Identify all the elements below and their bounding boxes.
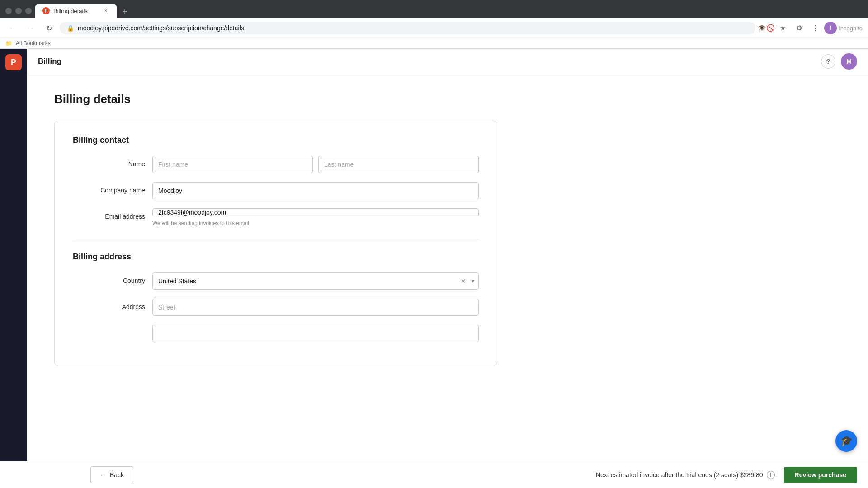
invoice-text: Next estimated invoice after the trial e… [596,471,763,475]
browser-chrome: – □ × P Billing details × + ← → ↻ 🔒 mood… [0,0,868,49]
app-topbar: Billing ? M [27,49,868,74]
bookmarks-folder-icon: 📁 [5,40,12,47]
review-purchase-button[interactable]: Review purchase [784,467,857,475]
country-label: Country [73,272,145,284]
back-button[interactable]: ← Back [90,466,133,475]
maximize-button[interactable]: □ [15,8,22,14]
info-icon[interactable]: i [767,471,775,475]
billing-contact-title: Billing contact [73,136,479,145]
company-controls [152,182,479,199]
browser-menu-button[interactable]: ⋮ [808,21,822,35]
back-arrow-icon: ← [100,471,106,475]
company-input[interactable] [152,182,479,199]
active-tab[interactable]: P Billing details × [35,4,117,18]
forward-nav-button[interactable]: → [24,21,38,35]
page-body: Billing details Billing contact Name [27,74,524,384]
company-row: Company name [73,182,479,199]
bottom-bar: ← Back Next estimated invoice after the … [0,461,868,474]
address-extra-input[interactable] [152,325,479,342]
lock-icon: 🔒 [67,25,74,32]
user-avatar[interactable]: M [841,53,857,70]
nav-right-icons: 👁️‍🚫 ★ ⚙ ⋮ I Incognito [759,21,863,35]
extensions-icon[interactable]: ⚙ [792,21,806,35]
name-label: Name [73,156,145,168]
close-window-button[interactable]: × [25,8,32,14]
app-container: P Billing ? M Billing details Billing co… [0,49,868,474]
nav-bar: ← → ↻ 🔒 moodjoy.pipedrive.com/settings/s… [0,18,868,38]
page-heading: Billing details [54,92,497,106]
tab-bar-list: P Billing details × + [35,4,863,18]
tab-title: Billing details [53,8,88,14]
company-label: Company name [73,182,145,194]
new-tab-button[interactable]: + [118,5,131,18]
minimize-button[interactable]: – [5,8,12,14]
browser-profile-button[interactable]: I [824,22,837,34]
email-row: Email address We will be sending invoice… [73,208,479,226]
bookmarks-bar: 📁 All Bookmarks [0,38,868,49]
tab-close-button[interactable]: × [102,7,109,14]
name-controls [152,156,479,173]
section-divider [73,239,479,239]
address-label: Address [73,299,145,310]
chat-fab-button[interactable]: 🎓 [835,430,857,452]
sidebar: P [0,49,27,474]
refresh-button[interactable]: ↻ [42,21,56,35]
country-select[interactable]: United States United Kingdom Canada Aust… [152,272,479,290]
back-button-label: Back [110,471,124,475]
country-select-wrapper: United States United Kingdom Canada Aust… [152,272,479,290]
help-button[interactable]: ? [821,54,835,69]
incognito-label: Incognito [839,25,863,32]
email-controls: We will be sending invoices to this emai… [152,208,479,226]
right-side-bar: Next estimated invoice after the trial e… [596,467,857,475]
bookmarks-label[interactable]: All Bookmarks [16,40,51,47]
billing-address-section: Billing address Country United States Un… [73,252,479,342]
country-controls: United States United Kingdom Canada Aust… [152,272,479,290]
address-extra-row [73,325,479,342]
tab-favicon: P [42,7,50,14]
billing-contact-section: Billing contact Name Company name [73,136,479,226]
email-label: Email address [73,208,145,220]
street-input[interactable] [152,299,479,316]
last-name-input[interactable] [318,156,479,173]
billing-card: Billing contact Name Company name [54,121,497,366]
address-row: Address [73,299,479,316]
billing-address-title: Billing address [73,252,479,262]
address-extra-label [73,325,145,329]
sidebar-logo[interactable]: P [5,54,22,70]
select-clear-icon[interactable]: ✕ [461,277,466,285]
main-content: Billing ? M Billing details Billing cont… [27,49,868,474]
eye-slash-icon[interactable]: 👁️‍🚫 [759,21,774,35]
first-name-input[interactable] [152,156,313,173]
window-controls: – □ × [5,8,32,14]
email-hint: We will be sending invoices to this emai… [152,220,479,226]
email-input[interactable] [152,208,479,216]
app-title: Billing [38,57,61,66]
bookmark-star-icon[interactable]: ★ [775,21,790,35]
invoice-info: Next estimated invoice after the trial e… [596,471,775,475]
address-controls [152,299,479,316]
topbar-right: ? M [821,53,857,70]
tab-bar: – □ × P Billing details × + [0,0,868,18]
country-row: Country United States United Kingdom Can… [73,272,479,290]
address-extra-controls [152,325,479,342]
url-text: moodjoy.pipedrive.com/settings/subscript… [78,24,748,32]
name-row: Name [73,156,479,173]
address-bar[interactable]: 🔒 moodjoy.pipedrive.com/settings/subscri… [60,22,755,34]
back-nav-button[interactable]: ← [5,21,20,35]
